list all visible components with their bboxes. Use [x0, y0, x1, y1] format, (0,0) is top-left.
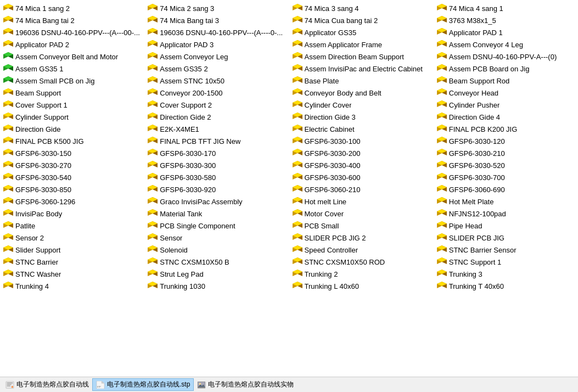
- list-item[interactable]: 196036 DSNU-40-160-PPV---(A---00-...: [0, 26, 144, 38]
- list-item[interactable]: GFSP6-3030-170: [144, 147, 289, 159]
- list-item[interactable]: Motor Cover: [289, 208, 434, 220]
- list-item[interactable]: Hot melt Line: [289, 195, 434, 208]
- list-item[interactable]: GFSP6-3030-100: [289, 135, 434, 147]
- list-item[interactable]: Sensor 2: [0, 232, 144, 244]
- list-item[interactable]: Solenoid: [144, 244, 289, 256]
- list-item[interactable]: GFSP6-3060-210: [289, 183, 434, 195]
- list-item[interactable]: GFSP6-3030-200: [289, 147, 434, 159]
- list-item[interactable]: 74 Mica 3 sang 4: [289, 2, 434, 14]
- list-item[interactable]: Applicator PAD 1: [434, 26, 578, 38]
- list-item[interactable]: GFSP6-3030-580: [144, 171, 289, 183]
- list-item[interactable]: STNC Support 1: [434, 256, 578, 268]
- list-item[interactable]: Speed Controller: [289, 244, 434, 256]
- list-item[interactable]: Assem Applicator Frame: [289, 38, 434, 51]
- list-item[interactable]: Assem Conveyor Belt and Motor: [0, 51, 144, 63]
- list-item[interactable]: Pipe Head: [434, 220, 578, 232]
- list-item[interactable]: 74 Mica 2 sang 3: [144, 2, 289, 14]
- footer-item[interactable]: STP 电子制造热熔点胶自动线.stp: [92, 378, 194, 391]
- list-item[interactable]: 74 Mica Cua bang tai 2: [289, 14, 434, 26]
- list-item[interactable]: Assem Conveyor Leg: [144, 51, 289, 63]
- list-item[interactable]: Cylinder Cover: [289, 99, 434, 111]
- list-item[interactable]: 74 Mica 4 sang 1: [434, 2, 578, 14]
- list-item[interactable]: Assem DSNU-40-160-PPV-A---(0): [434, 51, 578, 63]
- list-item[interactable]: STNC Washer: [0, 268, 144, 280]
- list-item[interactable]: GFSP6-3030-150: [0, 147, 144, 159]
- list-item[interactable]: GFSP6-3060-1296: [0, 195, 144, 208]
- list-item[interactable]: Applicator GS35: [289, 26, 434, 38]
- list-item[interactable]: Assem Direction Beam Support: [289, 51, 434, 63]
- list-item[interactable]: Conveyor Body and Belt: [289, 87, 434, 99]
- list-item[interactable]: Sensor: [144, 232, 289, 244]
- list-item[interactable]: GFSP6-3030-700: [434, 171, 578, 183]
- list-item[interactable]: Direction Gide 2: [144, 111, 289, 123]
- list-item[interactable]: Cylinder Support: [0, 111, 144, 123]
- list-item[interactable]: InvisiPac Body: [0, 208, 144, 220]
- list-item[interactable]: STNC Barrier Sensor: [434, 244, 578, 256]
- list-item[interactable]: GFSP6-3030-120: [434, 135, 578, 147]
- footer-item[interactable]: 电子制造热熔点胶自动线实物: [194, 379, 297, 390]
- list-item[interactable]: GFSP6-3030-210: [434, 147, 578, 159]
- list-item[interactable]: Cylinder Pusher: [434, 99, 578, 111]
- list-item[interactable]: GFSP6-3030-520: [434, 159, 578, 171]
- list-item[interactable]: Beam Support Rod: [434, 75, 578, 87]
- list-item[interactable]: NFJNS12-100pad: [434, 208, 578, 220]
- list-item[interactable]: 74 Mica 1 sang 2: [0, 2, 144, 14]
- list-item[interactable]: GFSP6-3030-400: [289, 159, 434, 171]
- list-item[interactable]: Trunking 2: [289, 268, 434, 280]
- list-item[interactable]: Conveyor 200-1500: [144, 87, 289, 99]
- list-item[interactable]: Trunking 3: [434, 268, 578, 280]
- list-item[interactable]: Direction Gide: [0, 123, 144, 135]
- list-item[interactable]: PCB Small: [289, 220, 434, 232]
- list-item[interactable]: GFSP6-3030-920: [144, 183, 289, 195]
- list-item[interactable]: 196036 DSNU-40-160-PPV---(A----0-...: [144, 26, 289, 38]
- list-item[interactable]: Trunking T 40x60: [434, 280, 578, 292]
- list-item[interactable]: 74 Mica Bang tai 3: [144, 14, 289, 26]
- list-item[interactable]: 3763 M38x1_5: [434, 14, 578, 26]
- list-item[interactable]: Applicator PAD 3: [144, 38, 289, 51]
- list-item[interactable]: Patlite: [0, 220, 144, 232]
- list-item[interactable]: FINAL PCB K200 JIG: [434, 123, 578, 135]
- list-item[interactable]: Graco InvisiPac Assembly: [144, 195, 289, 208]
- list-item[interactable]: Base Plate: [289, 75, 434, 87]
- list-item[interactable]: GFSP6-3030-540: [0, 171, 144, 183]
- list-item[interactable]: STNC Barrier: [0, 256, 144, 268]
- list-item[interactable]: STNC CXSM10X50 B: [144, 256, 289, 268]
- list-item[interactable]: Assem STNC 10x50: [144, 75, 289, 87]
- cube-yellow-icon: [3, 113, 13, 121]
- list-item[interactable]: Assem Conveyor 4 Leg: [434, 38, 578, 51]
- list-item[interactable]: Cover Support 1: [0, 99, 144, 111]
- list-item[interactable]: PCB Single Component: [144, 220, 289, 232]
- list-item[interactable]: Slider Support: [0, 244, 144, 256]
- list-item[interactable]: Material Tank: [144, 208, 289, 220]
- list-item[interactable]: STNC CXSM10X50 ROD: [289, 256, 434, 268]
- list-item[interactable]: FINAL PCB TFT JIG New: [144, 135, 289, 147]
- list-item[interactable]: Direction Gide 4: [434, 111, 578, 123]
- list-item[interactable]: GFSP6-3030-850: [0, 183, 144, 195]
- list-item[interactable]: Electric Cabinet: [289, 123, 434, 135]
- list-item[interactable]: SLIDER PCB JIG: [434, 232, 578, 244]
- list-item[interactable]: Assem Small PCB on Jig: [0, 75, 144, 87]
- list-item[interactable]: GFSP6-3030-270: [0, 159, 144, 171]
- list-item[interactable]: GFSP6-3030-600: [289, 171, 434, 183]
- list-item[interactable]: Cover Support 2: [144, 99, 289, 111]
- list-item[interactable]: GFSP6-3060-690: [434, 183, 578, 195]
- list-item[interactable]: Hot Melt Plate: [434, 195, 578, 208]
- list-item[interactable]: SLIDER PCB JIG 2: [289, 232, 434, 244]
- list-item[interactable]: Trunking 1030: [144, 280, 289, 292]
- list-item[interactable]: Applicator PAD 2: [0, 38, 144, 51]
- list-item[interactable]: Direction Gide 3: [289, 111, 434, 123]
- list-item[interactable]: FINAL PCB K500 JIG: [0, 135, 144, 147]
- list-item[interactable]: Assem GS35 2: [144, 63, 289, 75]
- list-item[interactable]: GFSP6-3030-300: [144, 159, 289, 171]
- list-item[interactable]: Trunking L 40x60: [289, 280, 434, 292]
- list-item[interactable]: Strut Leg Pad: [144, 268, 289, 280]
- list-item[interactable]: Beam Support: [0, 87, 144, 99]
- list-item[interactable]: Assem GS35 1: [0, 63, 144, 75]
- list-item[interactable]: E2K-X4ME1: [144, 123, 289, 135]
- list-item[interactable]: Assem PCB Board on Jig: [434, 63, 578, 75]
- list-item[interactable]: 74 Mica Bang tai 2: [0, 14, 144, 26]
- list-item[interactable]: Trunking 4: [0, 280, 144, 292]
- list-item[interactable]: Assem InvisiPac and Electric Cabinet: [289, 63, 434, 75]
- list-item[interactable]: Conveyor Head: [434, 87, 578, 99]
- footer-item[interactable]: 电子制造热熔点胶自动线: [2, 379, 92, 390]
